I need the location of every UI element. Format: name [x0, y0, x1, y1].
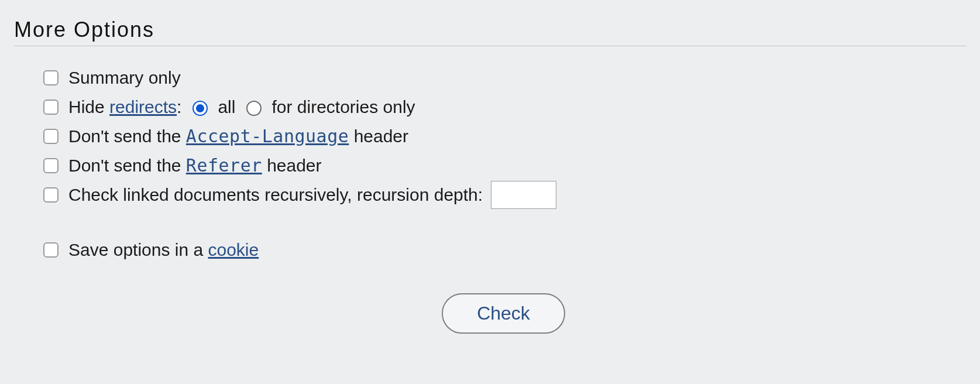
no-referer-checkbox[interactable] [43, 158, 59, 173]
hide-redirects-checkbox[interactable] [43, 100, 59, 115]
no-accept-language-checkbox[interactable] [43, 129, 59, 144]
redirects-link[interactable]: redirects [109, 97, 177, 116]
option-summary-only: Summary only [41, 64, 966, 92]
summary-only-label: Summary only [68, 64, 181, 92]
cookie-link[interactable]: cookie [208, 240, 259, 259]
divider [14, 46, 966, 46]
recursive-checkbox[interactable] [43, 187, 59, 203]
recursion-depth-input[interactable] [491, 181, 556, 209]
hide-redirects-radio-dirs[interactable] [246, 101, 262, 116]
hide-redirects-label: Hide redirects: [68, 93, 181, 121]
save-cookie-label: Save options in a cookie [68, 236, 259, 264]
option-no-referer: Don't send the Referer header [41, 152, 966, 180]
accept-language-link[interactable]: Accept-Language [186, 126, 349, 146]
save-cookie-checkbox[interactable] [43, 242, 59, 258]
options-group: Summary only Hide redirects: all for dir… [14, 64, 966, 264]
option-hide-redirects: Hide redirects: all for directories only [41, 93, 966, 121]
summary-only-checkbox[interactable] [43, 70, 59, 85]
option-no-accept-language: Don't send the Accept-Language header [41, 122, 966, 150]
hide-redirects-radio-dirs-label: for directories only [271, 93, 415, 121]
hide-redirects-radio-all[interactable] [192, 101, 208, 116]
option-recursive: Check linked documents recursively, recu… [41, 181, 966, 209]
option-save-cookie: Save options in a cookie [41, 236, 966, 264]
no-referer-label: Don't send the Referer header [68, 152, 322, 180]
check-button[interactable]: Check [442, 293, 565, 334]
hide-redirects-radio-all-label: all [218, 93, 235, 121]
recursive-label: Check linked documents recursively, recu… [68, 181, 483, 209]
referer-link[interactable]: Referer [186, 155, 262, 176]
no-accept-language-label: Don't send the Accept-Language header [68, 122, 408, 150]
section-heading: More Options [14, 18, 966, 42]
